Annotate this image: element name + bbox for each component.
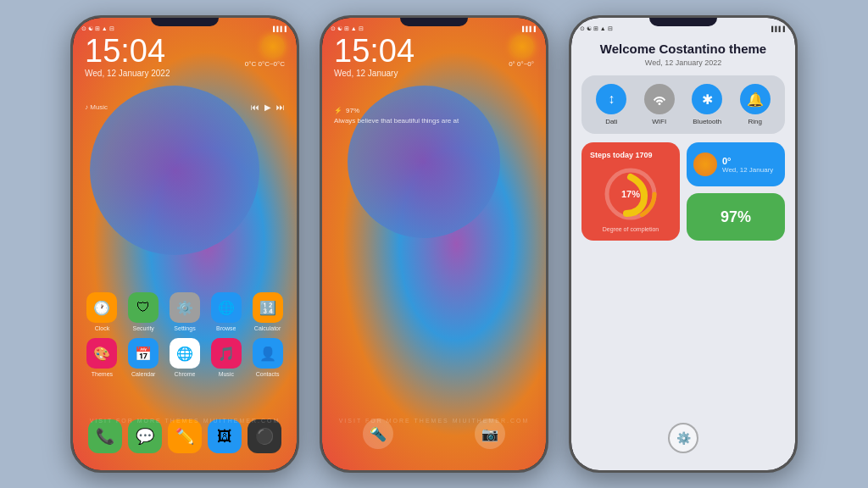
phone2-weather-sun [510, 35, 534, 58]
weather-date: Wed, 12 January [722, 166, 773, 174]
steps-widget: Steps today 1709 17% Degree of completio… [581, 142, 680, 241]
status-bar-right: ▐▐▐ ▌ [271, 26, 288, 31]
phone3-content: Welcome Costantino theme Wed, 12 January… [581, 35, 785, 247]
app-calendar[interactable]: 📅 Calendar [126, 338, 161, 377]
steps-sub: Degree of completion [590, 226, 671, 232]
music-label: ♪ Music [85, 103, 108, 111]
app-chrome[interactable]: 🌐 Chrome [168, 338, 203, 377]
ring-toggle-icon: 🔔 [740, 84, 771, 114]
next-button[interactable]: ⏭ [276, 103, 285, 112]
calendar-label: Calendar [131, 371, 155, 377]
data-toggle-label: Dati [605, 118, 617, 125]
volume-down-button[interactable] [70, 119, 72, 162]
browse-label: Browse [216, 325, 236, 331]
clock-icon: 🕐 [86, 292, 117, 323]
watermark-1: VISIT FOR MORE THEMES MIUITHEMER.COM [73, 418, 297, 424]
toggle-bluetooth[interactable]: ✱ Bluetooth [686, 84, 729, 125]
status-bar-right-2: ▐▐▐ ▌ [520, 26, 537, 31]
play-button[interactable]: ▶ [264, 103, 271, 112]
browse-icon: 🌐 [211, 292, 242, 323]
app-contacts[interactable]: 👤 Contacts [250, 338, 285, 377]
battery-icon-3: ▌ [783, 26, 787, 31]
phone1-weather: 0°C 0°C~0°C [245, 35, 285, 68]
wifi-toggle-icon [644, 84, 675, 114]
status-bar-icons: ⊙ ☯ ⊞ ▲ ⊟ [81, 25, 114, 32]
phone-notch [151, 18, 219, 26]
phone2-time: 15:04 [334, 35, 534, 67]
phone-1: ⊙ ☯ ⊞ ▲ ⊟ ▐▐▐ ▌ 15:04 Wed, 12 January 20… [70, 15, 299, 473]
chrome-icon: 🌐 [170, 338, 200, 369]
app-music[interactable]: 🎵 Music [209, 338, 243, 377]
app-calculator[interactable]: 🔢 Calculator [250, 292, 285, 331]
settings-label: Settings [174, 325, 195, 331]
weather-widget-sun [693, 152, 717, 176]
dock-notes[interactable]: ✏️ [168, 419, 202, 453]
phone2-header: 15:04 Wed, 12 January [334, 35, 534, 78]
volume-up-button-2[interactable] [320, 86, 321, 111]
dock-messages[interactable]: 💬 [128, 419, 162, 453]
status-bar-icons-3: ⊙ ☯ ⊞ ▲ ⊟ [580, 25, 613, 32]
phone2-info: ⚡ 97% Always believe that beautiful thin… [334, 107, 534, 125]
volume-up-button[interactable] [70, 86, 72, 111]
volume-down-button-2[interactable] [320, 119, 321, 162]
bluetooth-toggle-label: Bluetooth [693, 118, 721, 125]
phone2-weather-text: 0° 0°~0° [509, 60, 534, 68]
dock-gallery[interactable]: 🖼 [208, 419, 242, 453]
themes-label: Themes [92, 371, 113, 377]
music-controls[interactable]: ⏮ ▶ ⏭ [251, 103, 285, 112]
phone2-battery: ⚡ 97% [334, 107, 534, 114]
toggle-data[interactable]: ↕ Dati [590, 84, 633, 125]
phone2-background [322, 18, 546, 470]
prev-button[interactable]: ⏮ [251, 103, 259, 112]
phone3-date: Wed, 12 January 2022 [581, 58, 785, 67]
phone1-weather-text: 0°C 0°C~0°C [245, 60, 285, 68]
watermark-2: VISIT FOR MORE THEMES MIUITHEMER.COM [322, 418, 546, 424]
security-icon: 🛡 [128, 292, 159, 323]
calculator-label: Calculator [254, 325, 281, 331]
steps-circle-container: 17% [590, 164, 671, 224]
volume-up-button-3[interactable] [569, 86, 570, 111]
contacts-icon: 👤 [253, 338, 283, 369]
battery-widget: 97% [687, 193, 785, 241]
phone-notch-3 [649, 18, 717, 26]
dock-camera[interactable]: ⚫ [248, 419, 281, 453]
power-button-2[interactable] [547, 103, 548, 136]
right-widgets: 0° Wed, 12 January 97% [687, 142, 785, 241]
phone3-title: Welcome Costantino theme [581, 42, 785, 56]
home-button[interactable]: ⚙️ [668, 423, 698, 453]
phone2-notification: Always believe that beautiful things are… [334, 117, 534, 125]
app-settings[interactable]: ⚙️ Settings [168, 292, 203, 331]
phone-3: ⊙ ☯ ⊞ ▲ ⊟ ▐▐▐ ▌ Welcome Costantino theme… [569, 15, 798, 473]
weather-widget-info: 0° Wed, 12 January [722, 156, 773, 174]
status-bar-icons-2: ⊙ ☯ ⊞ ▲ ⊟ [331, 25, 364, 32]
battery-indicator: ⚡ [334, 107, 342, 114]
calculator-icon: 🔢 [253, 292, 283, 323]
status-bar-right-3: ▐▐▐ ▌ [770, 26, 787, 31]
settings-icon: ⚙️ [170, 292, 200, 323]
power-button-3[interactable] [796, 103, 798, 136]
phone1-background [73, 18, 297, 470]
clock-label: Clock [95, 325, 110, 331]
battery-percent: 97% [721, 208, 751, 226]
wifi-toggle-label: WIFI [652, 118, 666, 125]
steps-percent: 17% [621, 189, 640, 199]
quick-toggles: ↕ Dati WIFI ✱ Bluetooth 🔔 Ring [581, 75, 785, 134]
battery-icon-2: ▌ [534, 26, 537, 31]
ring-toggle-label: Ring [748, 118, 762, 125]
toggle-ring[interactable]: 🔔 Ring [734, 84, 777, 125]
app-security[interactable]: 🛡 Security [126, 292, 161, 331]
app-themes[interactable]: 🎨 Themes [85, 338, 120, 377]
battery-value: 97% [346, 107, 359, 114]
dock-phone[interactable]: 📞 [88, 419, 122, 453]
toggle-wifi[interactable]: WIFI [638, 84, 682, 125]
app-clock[interactable]: 🕐 Clock [85, 292, 120, 331]
app-browse[interactable]: 🌐 Browse [209, 292, 243, 331]
signal-icon: ▐▐▐ [271, 26, 282, 31]
bluetooth-toggle-icon: ✱ [692, 84, 722, 114]
volume-down-button-3[interactable] [569, 119, 570, 162]
widgets-row: Steps today 1709 17% Degree of completio… [581, 142, 785, 241]
contacts-label: Contacts [256, 371, 280, 377]
apps-grid: 🕐 Clock 🛡 Security ⚙️ Settings 🌐 Browse … [85, 292, 285, 377]
phone1-music-bar: ♪ Music ⏮ ▶ ⏭ [85, 103, 285, 112]
power-button[interactable] [298, 103, 299, 136]
